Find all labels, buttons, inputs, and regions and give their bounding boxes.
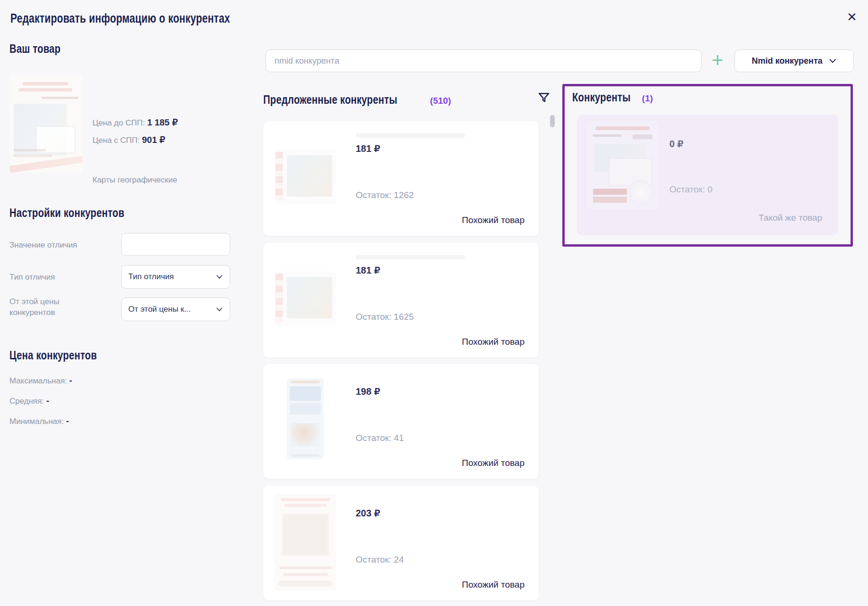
competitor-price: 203 ₽ — [356, 507, 380, 519]
competitor-price: 181 ₽ — [356, 265, 380, 276]
competitor-prices-title: Цена конкурентов — [9, 348, 97, 363]
product-thumbnail — [287, 378, 324, 459]
price-before-spp: Цена до СПП: 1 185 ₽ — [92, 117, 178, 128]
suggested-competitor-card[interactable]: 198 ₽ Остаток: 41 Похожий товар — [263, 364, 539, 479]
your-product-title: Ваш товар — [9, 42, 60, 56]
difference-type-select[interactable]: Тип отличия — [121, 265, 230, 289]
competitor-stock: Остаток: 41 — [356, 433, 404, 443]
match-type-label: Такой же товар — [759, 213, 822, 223]
product-thumbnail — [587, 121, 658, 209]
from-price-select[interactable]: От этой цены к... — [121, 298, 230, 321]
product-category: Карты географические — [92, 175, 177, 185]
min-price-row: Минимальная: - — [9, 416, 69, 426]
chevron-down-icon — [828, 57, 837, 65]
match-type-label: Похожий товар — [462, 458, 525, 468]
product-title-ghost — [356, 255, 465, 259]
competitors-title: Конкуренты — [572, 90, 631, 105]
suggested-competitor-card[interactable]: 181 ₽ Остаток: 1262 Похожий товар — [263, 121, 539, 236]
chevron-down-icon — [216, 273, 223, 281]
match-type-label: Похожий товар — [462, 337, 525, 347]
add-competitor-button[interactable]: + — [707, 49, 728, 72]
chevron-down-icon — [216, 306, 223, 313]
product-thumbnail — [275, 149, 336, 204]
difference-type-label: Тип отличия — [9, 272, 94, 282]
difference-value-input[interactable] — [121, 233, 230, 256]
competitor-price: 181 ₽ — [356, 143, 380, 154]
competitor-price: 198 ₽ — [356, 386, 380, 397]
page-title: Редактировать информацию о конкурентах — [10, 11, 230, 26]
your-product-image — [9, 75, 83, 173]
difference-value-label: Значение отличия — [9, 240, 94, 250]
suggested-title: Предложенные конкуренты — [263, 92, 397, 107]
competitor-price: 0 ₽ — [669, 138, 683, 149]
suggested-competitor-card[interactable]: 203 ₽ Остаток: 24 Похожий товар — [263, 486, 539, 600]
competitors-panel: Конкуренты (1) 0 ₽ Остаток: 0 Такой же т… — [562, 84, 853, 247]
suggested-count: (510) — [430, 96, 451, 106]
from-price-label: От этой цены конкурентов — [9, 296, 94, 318]
search-mode-select[interactable]: Nmid конкурента — [734, 50, 854, 72]
avg-price-row: Средняя: - — [9, 396, 49, 406]
difference-type-value: Тип отличия — [128, 272, 174, 282]
from-price-value: От этой цены к... — [128, 305, 191, 314]
match-type-label: Похожий товар — [462, 215, 525, 225]
max-price-row: Максимальная: - — [9, 375, 72, 386]
settings-title: Настройки конкурентов — [9, 206, 125, 220]
edit-competitors-modal: Редактировать информацию о конкурентах ✕… — [0, 0, 868, 606]
competitor-stock: Остаток: 0 — [669, 184, 712, 195]
suggested-competitor-card[interactable]: 181 ₽ Остаток: 1625 Похожий товар — [263, 243, 539, 357]
competitor-stock: Остаток: 1262 — [356, 190, 414, 200]
competitors-count: (1) — [642, 93, 653, 103]
search-input[interactable] — [266, 50, 701, 72]
match-type-label: Похожий товар — [462, 580, 525, 590]
close-icon[interactable]: ✕ — [843, 8, 861, 26]
filter-icon[interactable] — [537, 91, 551, 105]
competitor-stock: Остаток: 24 — [356, 555, 404, 565]
product-title-ghost — [356, 133, 465, 138]
selected-competitor-card[interactable]: 0 ₽ Остаток: 0 Такой же товар — [577, 115, 838, 235]
competitor-stock: Остаток: 1625 — [356, 312, 414, 322]
price-with-spp: Цена с СПП: 901 ₽ — [92, 134, 165, 145]
search-mode-value: Nmid конкурента — [751, 56, 822, 66]
product-thumbnail — [275, 271, 336, 326]
product-thumbnail — [275, 494, 336, 590]
list-scrollbar-thumb[interactable] — [550, 115, 555, 127]
suggested-header: Предложенные конкуренты (510) — [263, 92, 451, 107]
competitors-header: Конкуренты (1) — [572, 90, 653, 105]
